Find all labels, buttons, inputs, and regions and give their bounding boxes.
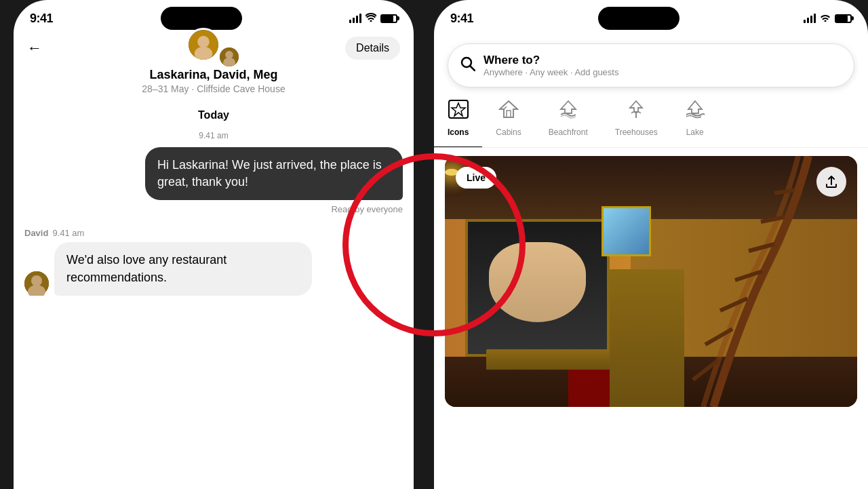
tab-icons-label: Icons — [448, 128, 469, 137]
battery-icon — [380, 14, 397, 23]
signal-icon — [349, 14, 361, 23]
signal-icon-right — [804, 14, 816, 23]
search-sub: Anywhere · Any week · Add guests — [484, 67, 618, 77]
sender-avatar — [24, 271, 49, 296]
avatar-group — [186, 28, 241, 69]
tab-treehouses[interactable]: Treehouses — [601, 97, 671, 147]
tab-lake[interactable]: Lake — [671, 97, 719, 147]
sender-time: 9.41 am — [52, 228, 84, 238]
listing-area: Live — [445, 156, 857, 407]
tab-beachfront-label: Beachfront — [549, 128, 588, 137]
svg-marker-12 — [452, 103, 465, 116]
received-bubble-1: We'd also love any restaurant recommenda… — [54, 242, 312, 295]
svg-point-1 — [197, 36, 210, 48]
section-label: Today — [14, 102, 414, 131]
bubble-row: We'd also love any restaurant recommenda… — [24, 242, 403, 295]
contact-name: Laskarina, David, Meg — [27, 68, 400, 82]
received-message-1: David 9.41 am We'd also love any restaur… — [24, 228, 403, 295]
time-right: 9:41 — [450, 12, 473, 26]
message-timestamp: 9.41 am — [24, 131, 403, 140]
contact-subtitle: 28–31 May · Cliffside Cave House — [27, 83, 400, 94]
sender-info: David 9.41 am — [24, 228, 403, 238]
dynamic-island-right — [598, 7, 679, 30]
right-phone: 9:41 — [434, 0, 868, 489]
contact-info: Laskarina, David, Meg 28–31 May · Cliffs… — [14, 65, 414, 102]
beachfront-icon — [558, 100, 578, 123]
status-icons-right — [804, 13, 852, 24]
svg-marker-17 — [630, 101, 642, 112]
svg-marker-19 — [688, 101, 702, 113]
svg-point-4 — [225, 51, 233, 59]
sent-bubble-1: Hi Laskarina! We just arrived, the place… — [145, 147, 403, 200]
search-text: Where to? Anywhere · Any week · Add gues… — [484, 54, 618, 77]
svg-line-24 — [720, 298, 747, 311]
status-icons-left — [349, 13, 397, 24]
avatar-main — [186, 28, 220, 62]
status-bar-right: 9:41 — [434, 0, 868, 34]
furniture — [486, 349, 610, 370]
sender-name: David — [24, 228, 48, 238]
interior-scene — [445, 156, 857, 407]
cabins-icon — [498, 100, 519, 123]
tab-cabins[interactable]: Cabins — [482, 97, 534, 147]
live-badge: Live — [456, 167, 496, 189]
back-button[interactable]: ← — [27, 39, 42, 57]
lake-icon — [685, 100, 705, 123]
tab-cabins-label: Cabins — [496, 128, 521, 137]
wall-portrait — [465, 219, 610, 357]
read-receipt: Read by everyone — [24, 204, 403, 214]
tab-lake-label: Lake — [686, 128, 704, 137]
svg-marker-16 — [561, 101, 576, 113]
tab-treehouses-label: Treehouses — [615, 128, 658, 137]
portrait-face — [489, 242, 586, 321]
message-header: ← Details — [14, 34, 414, 65]
dynamic-island-left — [161, 7, 242, 30]
wifi-icon — [366, 13, 376, 24]
svg-line-10 — [470, 66, 475, 71]
share-button[interactable] — [816, 167, 846, 197]
svg-point-5 — [223, 58, 235, 68]
wall-painting — [601, 206, 651, 256]
svg-point-7 — [31, 275, 42, 286]
wifi-icon-right — [820, 13, 831, 24]
search-main: Where to? — [484, 54, 618, 67]
svg-line-21 — [761, 217, 785, 222]
tab-beachfront[interactable]: Beachfront — [535, 97, 601, 147]
category-tabs: Icons Cabins Beachfront — [434, 87, 868, 148]
search-icon — [460, 56, 475, 75]
svg-rect-14 — [507, 111, 511, 117]
left-phone: 9:41 ← — [14, 0, 414, 489]
svg-point-2 — [195, 47, 212, 61]
treehouses-icon — [626, 100, 646, 123]
tab-icons[interactable]: Icons — [434, 97, 482, 148]
icons-icon — [448, 100, 469, 123]
svg-marker-13 — [500, 101, 517, 117]
svg-line-15 — [504, 106, 507, 109]
svg-line-20 — [774, 190, 795, 193]
time-left: 9:41 — [30, 12, 53, 26]
search-bar[interactable]: Where to? Anywhere · Any week · Add gues… — [448, 43, 854, 87]
details-button[interactable]: Details — [345, 37, 400, 60]
battery-icon-right — [835, 14, 852, 23]
messages-area: 9.41 am Hi Laskarina! We just arrived, t… — [14, 131, 414, 296]
airbnb-header: Where to? Anywhere · Any week · Add gues… — [434, 34, 868, 87]
avatar-small — [218, 45, 241, 69]
listing-image — [445, 156, 857, 407]
